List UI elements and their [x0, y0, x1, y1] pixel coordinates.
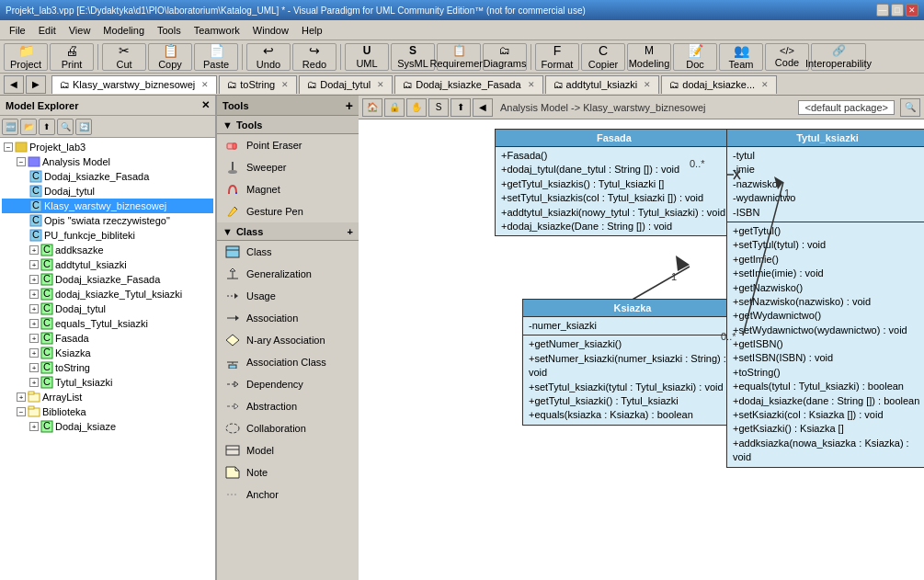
- nav-hand[interactable]: ✋: [406, 98, 427, 117]
- tb-sysml[interactable]: S SysML: [391, 43, 435, 71]
- tb-redo[interactable]: ↪ Redo: [292, 43, 337, 71]
- me-sort[interactable]: ⬆: [39, 119, 55, 135]
- tool-collaboration[interactable]: Collaboration: [217, 417, 359, 439]
- tree-dodaj-ksiaze[interactable]: + C Dodaj_ksiaze: [2, 419, 213, 434]
- tool-note[interactable]: Note: [217, 461, 359, 483]
- tb-interop[interactable]: 🔗 Interoperability: [811, 43, 866, 71]
- tool-dependency[interactable]: Dependency: [217, 373, 359, 395]
- tree-addksazke[interactable]: + C addksazke: [2, 243, 213, 257]
- addksazke-expand[interactable]: +: [29, 245, 39, 255]
- menu-help[interactable]: Help: [296, 23, 328, 38]
- fasada-expand[interactable]: +: [29, 334, 39, 343]
- tool-gesture-pen[interactable]: Gesture Pen: [217, 200, 359, 222]
- tool-usage[interactable]: Usage: [217, 285, 359, 307]
- arraylist-expand[interactable]: +: [17, 392, 26, 402]
- tab-dodaj-fasada[interactable]: 🗂 Dodaj_ksiazke_Fasada ✕: [394, 75, 542, 94]
- tab-dodaj-ksiazke[interactable]: 🗂 dodaj_ksiazke... ✕: [661, 75, 777, 94]
- tree-tytul-ksiazki[interactable]: + C Tytul_ksiazki: [2, 375, 213, 390]
- tab-addtytul-close[interactable]: ✕: [644, 80, 651, 89]
- tree-dodaj-ksiazke-fasada[interactable]: C Dodaj_ksiazke_Fasada: [2, 169, 213, 184]
- menu-modeling[interactable]: Modeling: [97, 23, 150, 38]
- menu-file[interactable]: File: [4, 23, 31, 38]
- tab-fasada-close[interactable]: ✕: [528, 80, 535, 89]
- me-filter[interactable]: 🔍: [57, 119, 74, 135]
- tree-dodaj-tytul[interactable]: C Dodaj_tytul: [2, 184, 213, 199]
- tb-code[interactable]: </> Code: [765, 43, 809, 71]
- maximize-button[interactable]: □: [891, 4, 904, 17]
- tool-point-eraser[interactable]: Point Eraser: [217, 134, 359, 156]
- nav-expand[interactable]: ⬆: [451, 98, 471, 117]
- class-group-add[interactable]: +: [348, 226, 353, 237]
- tools-add-icon[interactable]: +: [346, 98, 353, 113]
- tree-ksiazka[interactable]: + C Ksiazka: [2, 346, 213, 360]
- tab-tostring-close[interactable]: ✕: [281, 80, 289, 89]
- root-expand[interactable]: −: [4, 142, 13, 152]
- tb-modeling[interactable]: M Modeling: [627, 43, 671, 71]
- dodajtytul-expand[interactable]: +: [29, 304, 39, 313]
- tool-group-tools[interactable]: ▼ Tools: [217, 116, 359, 134]
- tab-klasy[interactable]: 🗂 Klasy_warstwy_biznesowej ✕: [51, 75, 217, 94]
- nav-back[interactable]: ◀: [473, 98, 493, 117]
- menu-edit[interactable]: Edit: [33, 23, 62, 38]
- equals-expand[interactable]: +: [29, 319, 39, 328]
- tab-addtytul[interactable]: 🗂 addtytul_ksiazki ✕: [545, 75, 660, 94]
- tool-anchor[interactable]: Anchor: [217, 483, 359, 506]
- diagram-canvas-wrapper[interactable]: 0..* 0..* 1 Fasada +Fasada() +dod: [359, 119, 924, 580]
- nav-right[interactable]: ▶: [26, 75, 46, 94]
- me-refresh[interactable]: 🔄: [75, 119, 92, 135]
- tb-uml[interactable]: U UML: [345, 43, 389, 71]
- tool-magnet[interactable]: Magnet: [217, 178, 359, 200]
- nav-search[interactable]: 🔍: [900, 98, 920, 117]
- dodajt-expand[interactable]: +: [29, 290, 39, 299]
- nav-select[interactable]: S: [428, 98, 449, 117]
- tree-equals[interactable]: + C equals_Tytul_ksiazki: [2, 316, 213, 331]
- addtytul-expand[interactable]: +: [29, 260, 39, 269]
- me-open[interactable]: 📂: [20, 119, 37, 135]
- nav-left[interactable]: ◀: [4, 75, 24, 94]
- tb-paste[interactable]: 📄 Paste: [194, 43, 238, 71]
- me-new[interactable]: 🆕: [2, 119, 18, 135]
- tostring-expand[interactable]: +: [29, 363, 39, 372]
- tree-dodaj-ksiazke-tytul[interactable]: + C dodaj_ksiazke_Tytul_ksiazki: [2, 287, 213, 301]
- tab-dodajk-close[interactable]: ✕: [761, 80, 769, 89]
- tree-dodaj-tytul2[interactable]: + C Dodaj_tytul: [2, 301, 213, 316]
- tool-class[interactable]: Class: [217, 241, 359, 263]
- tree-fasada[interactable]: + C Fasada: [2, 331, 213, 346]
- menu-tools[interactable]: Tools: [152, 23, 187, 38]
- tool-group-class[interactable]: ▼ Class +: [217, 222, 359, 241]
- tool-sweeper[interactable]: Sweeper: [217, 156, 359, 178]
- tytul-expand[interactable]: +: [29, 378, 39, 387]
- tree-analysis-model[interactable]: − Analysis Model: [2, 154, 213, 169]
- class-ksiazka[interactable]: Ksiazka -numer_ksiazki +getNumer_ksiazki…: [522, 299, 743, 426]
- nav-lock[interactable]: 🔒: [384, 98, 405, 117]
- minimize-button[interactable]: —: [876, 4, 889, 17]
- tab-dodaj-tytul[interactable]: 🗂 Dodaj_tytul ✕: [299, 75, 393, 94]
- tree-klasy[interactable]: C Klasy_warstwy_biznesowej: [2, 199, 213, 213]
- tool-assoc-class[interactable]: Association Class: [217, 351, 359, 373]
- tree-addtytul[interactable]: + C addtytul_ksiazki: [2, 257, 213, 272]
- tb-requirement[interactable]: 📋 Requirement: [437, 43, 481, 71]
- biblioteka-expand[interactable]: −: [17, 407, 26, 416]
- tb-diagrams[interactable]: 🗂 Diagrams: [483, 43, 527, 71]
- tab-tostring[interactable]: 🗂 toString ✕: [219, 75, 297, 94]
- dodajksaze-expand[interactable]: +: [29, 422, 39, 431]
- analysis-expand[interactable]: −: [17, 157, 26, 166]
- class-tytul-ksiazki[interactable]: Tytul_ksiazki -tytul -imie -nazwisko -wy…: [726, 129, 924, 468]
- tb-format[interactable]: F Format: [535, 43, 579, 71]
- menu-view[interactable]: View: [63, 23, 97, 38]
- tb-undo[interactable]: ↩ Undo: [246, 43, 291, 71]
- tb-team[interactable]: 👥 Team: [719, 43, 763, 71]
- tb-copy[interactable]: 📋 Copy: [148, 43, 192, 71]
- tree-biblioteka[interactable]: − Biblioteka: [2, 404, 213, 419]
- tool-n-ary[interactable]: N-ary Association: [217, 329, 359, 351]
- tool-model[interactable]: Model: [217, 439, 359, 461]
- tab-klasy-close[interactable]: ✕: [201, 80, 209, 89]
- model-explorer-close[interactable]: ✕: [201, 99, 210, 111]
- nav-home[interactable]: 🏠: [362, 98, 382, 117]
- tool-generalization[interactable]: Generalization: [217, 263, 359, 285]
- tree-dodaj-ksiazke-fasada2[interactable]: + C Dodaj_ksiazke_Fasada: [2, 272, 213, 287]
- class-fasada[interactable]: Fasada +Fasada() +dodaj_tytul(dane_tytul…: [495, 129, 734, 236]
- menu-teamwork[interactable]: Teamwork: [188, 23, 245, 38]
- tab-dodaj-close[interactable]: ✕: [377, 80, 384, 89]
- dodajf-expand[interactable]: +: [29, 275, 39, 284]
